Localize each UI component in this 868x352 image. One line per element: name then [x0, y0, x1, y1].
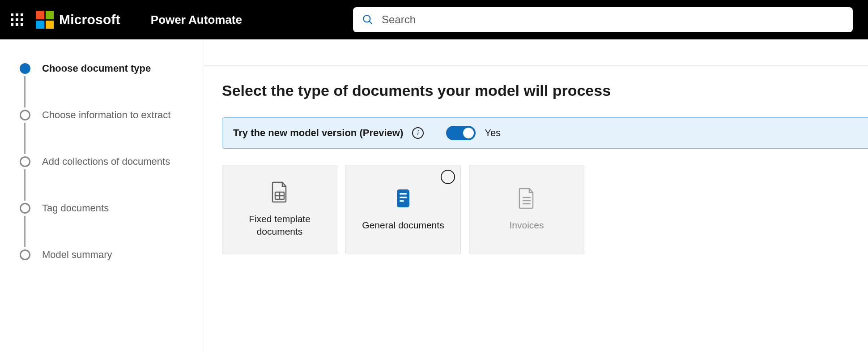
microsoft-wordmark: Microsoft: [59, 12, 120, 27]
step-label: Model summary: [42, 249, 112, 261]
card-fixed-template[interactable]: Fixed template documents: [222, 165, 337, 254]
step-label: Choose document type: [42, 63, 151, 74]
step-model-summary[interactable]: Model summary: [20, 247, 190, 262]
card-label: Invoices: [509, 219, 544, 232]
page-title: Select the type of documents your model …: [222, 82, 868, 99]
step-indicator-icon: [20, 203, 30, 214]
step-connector: [24, 216, 26, 247]
step-indicator-icon: [20, 63, 30, 74]
svg-rect-6: [400, 193, 407, 195]
step-indicator-icon: [20, 110, 30, 120]
card-invoices[interactable]: Invoices: [469, 165, 584, 254]
svg-rect-8: [400, 200, 404, 202]
step-connector: [24, 123, 26, 154]
card-general-documents[interactable]: General documents: [345, 165, 461, 254]
toggle-knob-icon: [463, 128, 474, 138]
svg-rect-5: [397, 189, 409, 207]
main-content: Select the type of documents your model …: [204, 39, 868, 352]
step-connector: [24, 76, 26, 107]
template-doc-icon: [270, 181, 289, 203]
step-choose-document-type[interactable]: Choose document type: [20, 61, 190, 76]
svg-rect-7: [400, 197, 407, 198]
card-label: Fixed template documents: [228, 213, 332, 238]
preview-toggle[interactable]: [446, 126, 476, 140]
step-add-collections[interactable]: Add collections of documents: [20, 154, 190, 169]
wizard-sidebar: Choose document type Choose information …: [0, 39, 204, 352]
step-label: Add collections of documents: [42, 156, 170, 167]
general-doc-icon: [393, 188, 413, 209]
app-launcher-icon[interactable]: [11, 13, 23, 26]
step-indicator-icon: [20, 249, 30, 260]
preview-banner: Try the new model version (Preview) i Ye…: [222, 117, 868, 149]
invoice-doc-icon: [517, 188, 536, 209]
app-name: Power Automate: [151, 13, 242, 27]
search-icon: [362, 14, 374, 26]
document-type-cards: Fixed template documents General documen…: [222, 165, 868, 254]
info-icon[interactable]: i: [412, 127, 424, 139]
search-box[interactable]: [353, 7, 853, 32]
microsoft-logo: Microsoft: [36, 11, 120, 29]
app-header: Microsoft Power Automate: [0, 0, 868, 39]
step-connector: [24, 169, 26, 201]
banner-label: Try the new model version (Preview): [233, 127, 403, 139]
toggle-state-label: Yes: [485, 127, 501, 139]
step-label: Tag documents: [42, 202, 109, 214]
search-input[interactable]: [382, 13, 844, 26]
svg-point-0: [363, 15, 370, 22]
step-choose-information[interactable]: Choose information to extract: [20, 107, 190, 123]
step-indicator-icon: [20, 156, 30, 167]
microsoft-logo-icon: [36, 11, 54, 29]
card-label: General documents: [362, 219, 444, 232]
step-label: Choose information to extract: [42, 109, 170, 121]
step-tag-documents[interactable]: Tag documents: [20, 201, 190, 216]
svg-line-1: [369, 21, 372, 24]
